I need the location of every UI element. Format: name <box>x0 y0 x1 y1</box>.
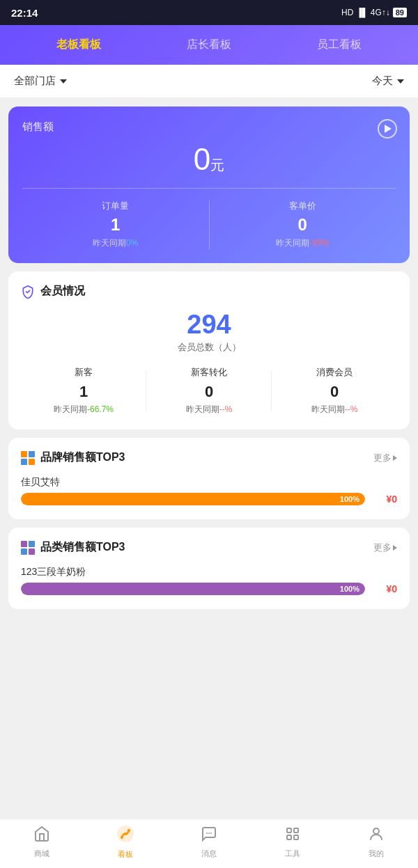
sales-stats: 订单量 1 昨天同期0% 客单价 0 昨天同期-99% <box>22 200 396 249</box>
svg-point-4 <box>206 833 208 834</box>
consumer-compare-text: 昨天同期 <box>311 404 345 414</box>
new-customer-compare-text: 昨天同期 <box>54 404 87 414</box>
nav-boss-board[interactable]: 老板看板 <box>49 35 108 55</box>
message-icon <box>201 826 217 846</box>
board-icon <box>116 825 134 847</box>
avg-compare-pct: -99% <box>309 238 329 248</box>
signal-icon: ▐▌ 4G↑↓ <box>356 8 389 17</box>
store-label: 全部门店 <box>14 74 56 88</box>
brand-more-chevron <box>393 455 397 461</box>
sales-unit: 元 <box>210 157 224 173</box>
brand-top3-card: 品牌销售额TOP3 更多 佳贝艾特 100% ¥0 <box>8 438 410 519</box>
brand-bar-fill-0: 100% <box>21 493 365 505</box>
member-count: 294 <box>21 310 397 340</box>
member-total: 294 会员总数（人） <box>21 310 397 354</box>
brand-bar-row-0: 100% ¥0 <box>21 493 397 505</box>
new-customer-value: 1 <box>21 383 146 401</box>
status-bar: 22:14 HD ▐▌ 4G↑↓ 89 <box>0 0 418 25</box>
category-bar-label-0: 100% <box>340 585 359 593</box>
store-filter[interactable]: 全部门店 <box>14 74 67 88</box>
top-nav: 老板看板 店长看板 员工看板 <box>0 25 418 65</box>
category-grid-icon <box>21 541 35 555</box>
svg-point-6 <box>210 833 212 834</box>
category-item-0: 123三段羊奶粉 100% ¥0 <box>21 566 397 595</box>
category-card-title: 品类销售额TOP3 <box>40 540 368 555</box>
conversion-label: 新客转化 <box>146 366 272 379</box>
new-customer-compare: 昨天同期-66.7% <box>21 404 146 416</box>
avg-price-compare: 昨天同期-99% <box>210 237 396 249</box>
shop-label: 商城 <box>34 849 49 859</box>
brand-more-button[interactable]: 更多 <box>373 452 397 464</box>
svg-point-2 <box>124 833 127 835</box>
consumer-member-compare: 昨天同期--% <box>272 404 397 416</box>
consumer-member-value: 0 <box>272 383 397 401</box>
order-count-label: 订单量 <box>22 200 209 212</box>
bottom-spacer <box>8 617 410 666</box>
nav-manager-board[interactable]: 店长看板 <box>180 35 238 55</box>
conversion-stat: 新客转化 0 昨天同期--% <box>146 366 272 416</box>
shield-icon <box>21 285 35 299</box>
nav-staff-board[interactable]: 员工看板 <box>310 35 369 55</box>
main-content: 销售额 0元 订单量 1 昨天同期0% 客单价 0 昨天同期-99% <box>0 98 418 674</box>
brand-item-0: 佳贝艾特 100% ¥0 <box>21 476 397 505</box>
mine-icon <box>368 826 385 846</box>
conversion-compare-text: 昨天同期 <box>186 404 219 414</box>
avg-compare-label: 昨天同期 <box>276 238 309 248</box>
nav-shop[interactable]: 商城 <box>0 826 84 859</box>
order-count-value: 1 <box>22 215 209 235</box>
avg-price-stat: 客单价 0 昨天同期-99% <box>210 200 396 249</box>
category-more-chevron <box>393 545 397 551</box>
brand-bar-bg-0: 100% <box>21 493 365 505</box>
message-label: 消息 <box>201 849 217 859</box>
consumer-member-stat: 消费会员 0 昨天同期--% <box>272 366 397 416</box>
nav-mine[interactable]: 我的 <box>334 826 418 859</box>
brand-name-0: 佳贝艾特 <box>21 476 397 489</box>
status-time: 22:14 <box>11 7 38 19</box>
order-compare-label: 昨天同期 <box>93 238 126 248</box>
play-icon <box>385 125 392 133</box>
bottom-nav: 商城 看板 消息 <box>0 819 418 868</box>
store-dropdown-arrow <box>60 79 67 84</box>
tools-icon <box>284 826 301 846</box>
nav-message[interactable]: 消息 <box>167 826 251 859</box>
svg-point-3 <box>127 829 130 832</box>
brand-amount-0: ¥0 <box>372 494 397 505</box>
nav-board[interactable]: 看板 <box>84 825 167 860</box>
member-card-title: 会员情况 <box>40 284 397 299</box>
svg-point-1 <box>121 836 123 839</box>
conversion-value: 0 <box>146 383 272 401</box>
member-card-header: 会员情况 <box>21 284 397 299</box>
category-bar-fill-0: 100% <box>21 583 365 595</box>
date-dropdown-arrow <box>397 79 404 84</box>
member-card: 会员情况 294 会员总数（人） 新客 1 昨天同期-66.7% 新客转化 0 … <box>8 271 410 429</box>
category-more-button[interactable]: 更多 <box>373 542 397 554</box>
order-compare-pct: 0% <box>126 238 138 248</box>
conversion-compare-pct: --% <box>219 404 233 414</box>
sales-amount: 0元 <box>22 142 396 177</box>
category-name-0: 123三段羊奶粉 <box>21 566 397 578</box>
consumer-member-label: 消费会员 <box>272 366 397 379</box>
filter-bar: 全部门店 今天 <box>0 65 418 98</box>
order-count-stat: 订单量 1 昨天同期0% <box>22 200 210 249</box>
conversion-compare: 昨天同期--% <box>146 404 272 416</box>
mine-label: 我的 <box>369 849 384 859</box>
svg-point-5 <box>208 833 210 834</box>
sales-divider <box>22 188 396 189</box>
category-amount-0: ¥0 <box>372 583 397 594</box>
member-total-label: 会员总数（人） <box>21 341 397 354</box>
status-icons: HD ▐▌ 4G↑↓ 89 <box>341 8 407 17</box>
order-count-compare: 昨天同期0% <box>22 237 209 249</box>
category-bar-row-0: 100% ¥0 <box>21 583 397 595</box>
play-button[interactable] <box>378 119 397 139</box>
new-customer-label: 新客 <box>21 366 146 379</box>
consumer-compare-pct: --% <box>345 404 358 414</box>
tools-label: 工具 <box>285 849 300 859</box>
svg-rect-10 <box>294 835 298 839</box>
sales-card: 销售额 0元 订单量 1 昨天同期0% 客单价 0 昨天同期-99% <box>8 106 410 263</box>
category-top3-card: 品类销售额TOP3 更多 123三段羊奶粉 100% ¥0 <box>8 528 410 609</box>
svg-rect-9 <box>287 835 291 839</box>
nav-tools[interactable]: 工具 <box>251 826 334 859</box>
sales-card-title: 销售额 <box>22 120 396 134</box>
category-card-header: 品类销售额TOP3 更多 <box>21 540 397 555</box>
date-filter[interactable]: 今天 <box>372 74 404 88</box>
